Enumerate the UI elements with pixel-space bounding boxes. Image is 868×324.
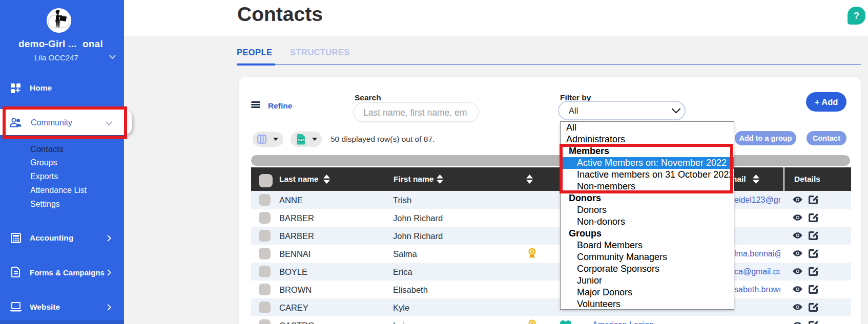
svg-text:XLSX: XLSX	[298, 138, 305, 141]
